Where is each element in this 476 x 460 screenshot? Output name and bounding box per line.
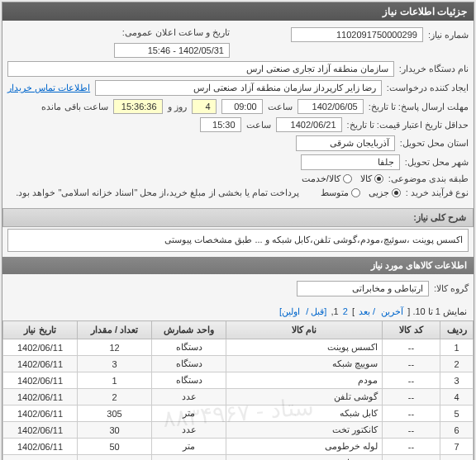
pager-sep: ] <box>352 306 355 316</box>
th-name: نام کالا <box>226 321 383 339</box>
cell-qty: 50 <box>78 439 152 455</box>
cell-unit: متر <box>152 439 226 455</box>
cell-date: 1402/06/11 <box>3 356 78 372</box>
time-label-2: ساعت <box>246 120 271 130</box>
cell-unit: دستگاه <box>152 372 226 389</box>
need-no-value: 1102091750000299 <box>291 27 423 42</box>
radio-goods-label: کالا <box>360 173 372 184</box>
cell-n: 6 <box>440 422 474 439</box>
cell-n: 3 <box>440 372 474 389</box>
announce-dt-label: تاریخ و ساعت اعلان عمومی: <box>122 27 230 38</box>
announce-dt-value: 1402/05/31 - 15:46 <box>114 43 230 58</box>
cell-date: 1402/06/11 <box>3 405 78 422</box>
form-area: شماره نیاز: 1102091750000299 تاریخ و ساع… <box>2 21 474 205</box>
buyer-org-value: سازمان منطقه آزاد تجاری صنعتی ارس <box>7 61 394 77</box>
cell-name: کانکتور تخت <box>226 422 383 439</box>
pay-note: پرداخت تمام یا بخشی از مبلغ خرید،از محل … <box>16 187 299 198</box>
table-header-row: ردیف کد کالا نام کالا واحد شمارش تعداد /… <box>3 321 474 339</box>
cell-date: 1402/06/11 <box>3 389 78 405</box>
pager-last[interactable]: آخرین <box>381 306 403 316</box>
valid-from-label: حداقل تاریخ اعتبار قیمت: تا تاریخ: <box>347 120 469 130</box>
th-code: کد کالا <box>383 321 440 339</box>
table-row[interactable]: 6--کانکتور تختعدد301402/06/11 <box>3 422 474 439</box>
goods-table: ردیف کد کالا نام کالا واحد شمارش تعداد /… <box>2 320 474 460</box>
th-qty: تعداد / مقدار <box>78 321 152 339</box>
radio-medium-label: متوسط <box>321 187 349 198</box>
day-and-label: روز و <box>168 102 187 112</box>
cell-code: -- <box>383 389 440 405</box>
cell-date: 1402/06/11 <box>3 339 78 356</box>
radio-goods[interactable]: کالا <box>360 173 383 184</box>
goods-section-title: اطلاعات کالاهای مورد نیاز <box>2 257 474 274</box>
days-remain: 4 <box>192 99 217 114</box>
goods-group-label: گروه کالا: <box>434 283 469 294</box>
valid-time: 15:30 <box>200 117 241 132</box>
valid-date: 1402/06/21 <box>276 117 342 132</box>
radio-goods-service[interactable]: کالا/خدمت <box>302 173 352 184</box>
pager-p2[interactable]: 2 <box>343 306 348 316</box>
cell-unit: دستگاه <box>152 339 226 356</box>
radio-dot-icon <box>343 174 352 183</box>
cell-n: 1 <box>440 339 474 356</box>
table-row[interactable]: 5--کابل شبکهمتر3051402/06/11 <box>3 405 474 422</box>
pager-prev[interactable]: [قبل / <box>306 306 326 316</box>
cell-unit: عدد <box>152 389 226 405</box>
cell-name: لوله خرطومی <box>226 439 383 455</box>
cell-date: 1402/06/11 <box>3 439 78 455</box>
contact-link[interactable]: اطلاعات تماس خریدار <box>7 83 90 93</box>
cell-unit: متر <box>152 405 226 422</box>
cell-qty: 1 <box>78 455 152 461</box>
need-no-label: شماره نیاز: <box>428 30 469 40</box>
cell-date: 1402/06/11 <box>3 422 78 439</box>
cell-qty: 12 <box>78 339 152 356</box>
radio-dot-icon <box>351 188 360 197</box>
province-value: آذربایجان شرقی <box>296 135 395 151</box>
cell-unit: عدد <box>152 455 226 461</box>
table-row[interactable]: 1--اکسس پوینتدستگاه121402/06/11 <box>3 339 474 356</box>
table-row[interactable]: 8--صفحه پایهعدد11402/06/11 <box>3 455 474 461</box>
pager: نمایش 1 تا 10. [ آخرین / بعد ] 2 1, [قبل… <box>2 303 474 320</box>
cell-unit: عدد <box>152 422 226 439</box>
time-remain: 15:36:36 <box>113 99 163 114</box>
pager-first[interactable]: اولین] <box>279 306 300 316</box>
cell-qty: 305 <box>78 405 152 422</box>
table-wrap: ردیف کد کالا نام کالا واحد شمارش تعداد /… <box>2 320 474 460</box>
city-value: جلفا <box>301 154 400 170</box>
cell-date: 1402/06/11 <box>3 455 78 461</box>
deadline-label: مهلت ارسال پاسخ: تا تاریخ: <box>369 102 469 112</box>
table-row[interactable]: 4--گوشی تلفنعدد21402/06/11 <box>3 389 474 405</box>
deadline-time: 09:00 <box>221 99 263 114</box>
remain-label: ساعت باقی مانده <box>41 102 107 112</box>
requester-label: ایجاد کننده درخواست: <box>387 83 469 93</box>
cell-qty: 30 <box>78 422 152 439</box>
cell-qty: 3 <box>78 356 152 372</box>
cell-code: -- <box>383 356 440 372</box>
cell-qty: 1 <box>78 372 152 389</box>
category-radio-group: کالا کالا/خدمت <box>302 173 383 184</box>
time-label-1: ساعت <box>268 102 293 112</box>
pager-prefix: نمایش 1 تا 10. [ <box>407 306 467 316</box>
category-label: طبقه بندی موضوعی: <box>388 173 469 184</box>
cell-name: اکسس پوینت <box>226 339 383 356</box>
cell-n: 7 <box>440 439 474 455</box>
cell-code: -- <box>383 339 440 356</box>
cell-code: -- <box>383 372 440 389</box>
requester-value: رضا زایر کارپرداز سازمان منطقه آزاد صنعت… <box>95 80 382 96</box>
radio-minor[interactable]: جزیی <box>369 187 401 198</box>
radio-goods-service-label: کالا/خدمت <box>302 173 340 184</box>
pager-p1: 1, <box>331 306 338 316</box>
cell-code: -- <box>383 405 440 422</box>
cell-n: 5 <box>440 405 474 422</box>
province-label: استان محل تحویل: <box>400 138 469 149</box>
table-row[interactable]: 7--لوله خرطومیمتر501402/06/11 <box>3 439 474 455</box>
table-row[interactable]: 2--سوییچ شبکهدستگاه31402/06/11 <box>3 356 474 372</box>
th-date: تاریخ نیاز <box>3 321 78 339</box>
cell-code: -- <box>383 455 440 461</box>
pager-next[interactable]: / بعد <box>359 306 375 316</box>
th-row: ردیف <box>440 321 474 339</box>
table-row[interactable]: 3--مودمدستگاه11402/06/11 <box>3 372 474 389</box>
radio-medium[interactable]: متوسط <box>321 187 360 198</box>
cell-unit: دستگاه <box>152 356 226 372</box>
cell-code: -- <box>383 422 440 439</box>
cell-n: 8 <box>440 455 474 461</box>
